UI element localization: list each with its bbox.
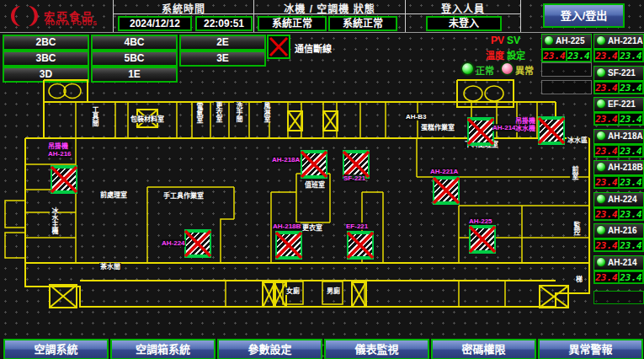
comm-loss-x-icon	[431, 174, 461, 206]
room-label: AH-B3	[405, 113, 427, 121]
unit-marker-ah-224[interactable]	[184, 229, 211, 258]
floorplan: 工具間包裝材料室電氣室更衣室洗手間風淋室AH-B3蛋糕作業室下料處理室冰水區前處…	[0, 0, 644, 359]
comm-loss-x-icon	[536, 115, 567, 147]
room-label: 包裝材料室	[130, 115, 165, 123]
comm-loss-x-icon	[183, 228, 213, 260]
room-label: 工具間	[90, 106, 98, 126]
unit-marker-ah-221a[interactable]	[433, 176, 460, 205]
room-label: 前處理室	[99, 191, 128, 199]
shaft-x-icon	[539, 285, 569, 308]
room-label: 手工具作業室	[162, 192, 205, 200]
unit-marker-label: AH-221A	[430, 168, 458, 175]
room-label: 冰水主機	[50, 207, 58, 234]
room-label: 洗手間	[234, 102, 242, 122]
room-label: 監控	[572, 222, 580, 235]
shaft-x-icon	[351, 281, 367, 308]
unit-marker-label: AH-225	[469, 217, 492, 225]
comm-loss-x-icon	[274, 229, 304, 261]
room-label: 女廁	[285, 287, 301, 295]
unit-marker-label: AH-224	[162, 239, 185, 247]
unit-marker-ah-218a[interactable]	[301, 150, 327, 179]
unit-marker-label: AH-218A	[272, 156, 300, 163]
unit-marker-ah-225[interactable]	[469, 225, 496, 254]
room-label: 電氣室	[194, 103, 203, 123]
hmi-screen: { "header": { "logo": { "title": "宏亞食品",…	[0, 0, 644, 359]
comm-loss-x-icon	[345, 229, 375, 261]
unit-marker-ah-218b[interactable]	[275, 231, 302, 260]
shaft-x-icon	[322, 110, 338, 131]
room-label: 男廁	[326, 287, 341, 295]
unit-marker-chiller[interactable]	[538, 116, 565, 145]
room-label: 梯	[575, 276, 583, 283]
comm-loss-x-icon	[467, 223, 498, 255]
unit-marker-ah-214[interactable]	[467, 117, 494, 146]
unit-marker-label: 吊掛機 AH-216	[48, 142, 72, 158]
unit-marker-label: SF-221	[343, 174, 365, 182]
room-label: 更衣室	[214, 102, 222, 122]
unit-marker-label: AH-218B	[273, 222, 301, 230]
unit-marker-ef-221[interactable]	[347, 231, 374, 260]
unit-marker-ah-216[interactable]	[51, 165, 77, 194]
room-label: 茶水間	[99, 263, 121, 271]
shaft-x-icon	[49, 284, 77, 308]
unit-marker-label: 吊掛機 冰水機	[515, 117, 535, 132]
comm-loss-x-icon	[299, 148, 329, 180]
room-label: 冰水區	[567, 137, 588, 144]
unit-marker-label: EF-221	[346, 222, 368, 230]
comm-loss-x-icon	[49, 163, 79, 196]
room-label: 值班室	[304, 181, 326, 189]
unit-marker-label: AH-214	[492, 124, 516, 131]
room-label: 蛋糕作業室	[420, 124, 455, 131]
room-label: 前室	[570, 166, 578, 180]
shaft-x-icon	[287, 110, 303, 131]
room-label: 更衣室	[301, 224, 323, 232]
comm-loss-x-icon	[466, 115, 496, 147]
room-label: 風淋室	[262, 102, 270, 122]
